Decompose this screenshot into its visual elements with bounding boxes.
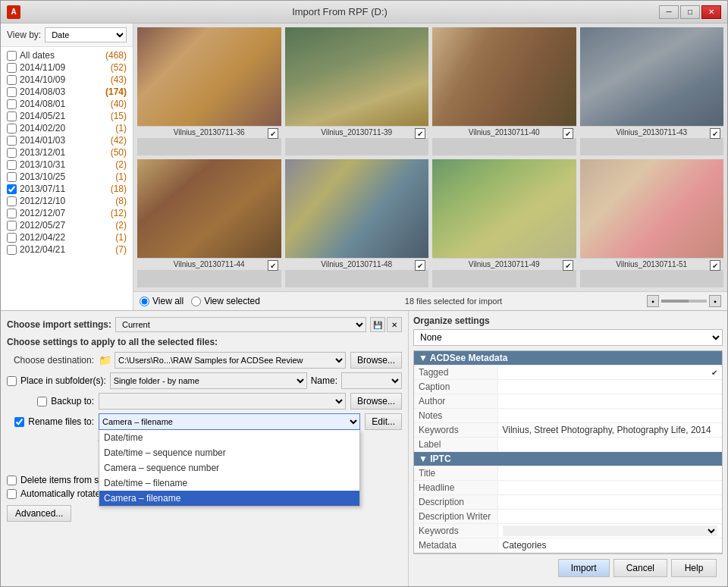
help-button[interactable]: Help <box>671 559 717 577</box>
organize-title: Organize settings <box>413 315 723 326</box>
date-item[interactable]: 2012/05/27(2) <box>1 219 133 231</box>
photo-item[interactable]: ✔Vilnius_20130711-51 <box>580 159 724 287</box>
subfolder-label: Place in subfolder(s): <box>20 375 106 386</box>
date-item[interactable]: 2012/12/10(8) <box>1 195 133 207</box>
photo-item[interactable]: ✔Vilnius_20130711-44 <box>137 159 281 287</box>
iptc-field-value-keywords[interactable] <box>497 524 722 538</box>
dropdown-item-datetime-seq[interactable]: Date/time – sequence number <box>99 445 359 460</box>
iptc-field-value-title[interactable] <box>497 466 722 481</box>
grid-bottom-bar: View all View selected 18 files selected… <box>133 291 727 310</box>
view-selected-option[interactable]: View selected <box>191 296 260 306</box>
field-name-caption: Caption <box>414 380 497 394</box>
iptc-field-value-description[interactable] <box>497 495 722 510</box>
date-item[interactable]: 2014/01/03(42) <box>1 134 133 146</box>
photo-check[interactable]: ✔ <box>415 260 425 271</box>
date-item[interactable]: 2013/10/31(2) <box>1 159 133 171</box>
field-value-caption[interactable] <box>497 380 722 394</box>
view-all-label: View all <box>152 296 184 306</box>
advanced-button[interactable]: Advanced... <box>7 505 71 522</box>
photo-item[interactable]: ✔Vilnius_20130711-48 <box>285 159 429 287</box>
maximize-button[interactable]: □ <box>680 5 700 19</box>
acdsee-header-row[interactable]: ▼ ACDSee Metadata <box>414 351 722 366</box>
dropdown-item-datetime[interactable]: Date/time <box>99 430 359 445</box>
close-settings-button[interactable]: ✕ <box>387 317 402 332</box>
photo-check[interactable]: ✔ <box>563 260 573 271</box>
photo-item[interactable]: ✔Vilnius_20130711-40 <box>432 27 576 155</box>
metadata-scroll: ▼ ACDSee Metadata Tagged ✔ Caption <box>414 351 722 553</box>
view-by-label: View by: <box>7 30 41 40</box>
iptc-field-value-desc-writer[interactable] <box>497 510 722 524</box>
name-select[interactable] <box>341 372 402 389</box>
field-value-label[interactable] <box>497 438 722 452</box>
edit-rename-button[interactable]: Edit... <box>365 413 402 430</box>
save-settings-button[interactable]: 💾 <box>370 317 385 332</box>
date-item[interactable]: 2013/12/01(50) <box>1 146 133 159</box>
photo-check[interactable]: ✔ <box>563 128 573 139</box>
iptc-keywords-select[interactable] <box>503 526 718 536</box>
iptc-metadata: Metadata Categories <box>414 538 722 553</box>
photo-item[interactable]: ✔Vilnius_20130711-49 <box>432 159 576 287</box>
browse-destination-button[interactable]: Browse... <box>350 352 402 369</box>
iptc-field-value-metadata: Categories <box>497 538 722 553</box>
photo-thumb <box>137 27 281 126</box>
iptc-header-row[interactable]: ▼ IPTC <box>414 452 722 466</box>
close-button[interactable]: ✕ <box>701 5 721 19</box>
zoom-slider[interactable] <box>661 300 707 303</box>
field-value-tagged[interactable]: ✔ <box>497 366 722 380</box>
date-item[interactable]: 2014/08/01(40) <box>1 98 133 110</box>
date-count: (18) <box>111 184 127 194</box>
photo-item[interactable]: ✔Vilnius_20130711-39 <box>285 27 429 155</box>
field-value-notes[interactable] <box>497 409 722 423</box>
field-value-keywords[interactable]: Vilnius, Street Photography, Photography… <box>497 423 722 438</box>
rotate-checkbox[interactable] <box>7 489 17 499</box>
date-item[interactable]: 2014/08/03(174) <box>1 86 133 98</box>
apply-label: Choose settings to apply to all the sele… <box>7 337 402 347</box>
minimize-button[interactable]: ─ <box>659 5 679 19</box>
photo-item[interactable]: ✔Vilnius_20130711-36 <box>137 27 281 155</box>
date-label: 2014/02/20 <box>20 123 112 133</box>
date-item[interactable]: 2012/12/07(12) <box>1 207 133 219</box>
browse-backup-button[interactable]: Browse... <box>350 393 402 410</box>
subfolder-select[interactable]: Single folder - by name <box>110 372 307 389</box>
import-button[interactable]: Import <box>558 559 610 577</box>
rename-select[interactable]: Camera – filename <box>99 413 360 430</box>
date-item[interactable]: 2012/04/21(7) <box>1 243 133 256</box>
dropdown-item-camera-seq[interactable]: Camera – sequence number <box>99 460 359 476</box>
dropdown-item-camera-filename[interactable]: Camera – filename <box>99 491 359 506</box>
subfolder-checkbox[interactable] <box>7 376 17 386</box>
date-item[interactable]: 2014/02/20(1) <box>1 122 133 134</box>
delete-checkbox[interactable] <box>7 476 17 485</box>
acdsee-collapse-icon: ▼ <box>419 353 430 363</box>
photo-item[interactable]: ✔Vilnius_20130711-43 <box>580 27 724 155</box>
iptc-field-value-headline[interactable] <box>497 481 722 495</box>
date-item[interactable]: 2012/04/22(1) <box>1 231 133 243</box>
settings-select[interactable]: Current <box>115 317 366 332</box>
date-count: (468) <box>105 50 127 61</box>
iptc-field-name-headline: Headline <box>414 481 497 495</box>
view-all-option[interactable]: View all <box>140 296 184 306</box>
destination-row: Choose destination: 📁 C:\Users\Ro...\RAW… <box>7 352 402 369</box>
backup-checkbox[interactable] <box>37 397 47 407</box>
dropdown-item-datetime-filename[interactable]: Date/time – filename <box>99 476 359 491</box>
photo-check[interactable]: ✔ <box>268 260 278 271</box>
photo-check[interactable]: ✔ <box>268 128 278 139</box>
photo-check[interactable]: ✔ <box>710 260 720 271</box>
zoom-in-button[interactable]: ▪ <box>709 295 721 307</box>
field-value-author[interactable] <box>497 394 722 409</box>
view-options: View all View selected <box>140 296 260 306</box>
date-item[interactable]: 2013/07/11(18) <box>1 183 133 195</box>
date-item[interactable]: 2014/10/09(43) <box>1 74 133 86</box>
date-item[interactable]: 2014/05/21(15) <box>1 110 133 122</box>
date-item[interactable]: All dates(468) <box>1 49 133 61</box>
organize-select[interactable]: None <box>413 329 723 346</box>
date-item[interactable]: 2013/10/25(1) <box>1 171 133 183</box>
view-by-select[interactable]: Date <box>45 27 127 42</box>
date-item[interactable]: 2014/11/09(52) <box>1 61 133 74</box>
cancel-button[interactable]: Cancel <box>613 559 667 577</box>
photo-check[interactable]: ✔ <box>710 128 720 139</box>
rename-checkbox[interactable] <box>14 417 24 427</box>
backup-select[interactable] <box>99 393 346 410</box>
destination-select[interactable]: C:\Users\Ro...\RAW Samples for ACDSee Re… <box>115 352 346 369</box>
photo-check[interactable]: ✔ <box>415 128 425 139</box>
zoom-out-button[interactable]: ▪ <box>647 295 659 307</box>
